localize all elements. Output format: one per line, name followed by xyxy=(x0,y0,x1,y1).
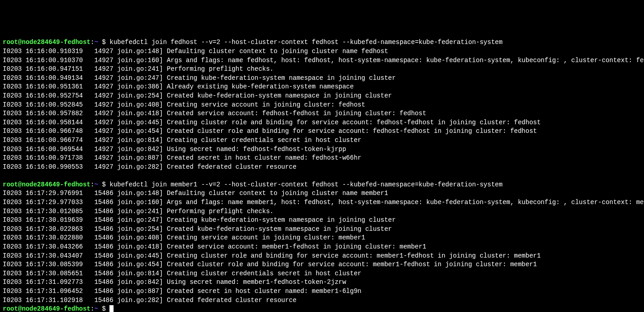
log-line: I0203 16:17:30.085651 15486 join.go:814]… xyxy=(3,270,362,277)
log-line: I0203 16:17:31.096452 15486 join.go:887]… xyxy=(3,288,362,295)
terminal-output[interactable]: root@node284649-fedhost:~ $ kubefedctl j… xyxy=(3,38,641,312)
log-line: I0203 16:16:00.971738 14927 join.go:887]… xyxy=(3,154,362,161)
log-line: I0203 16:17:31.102918 15486 join.go:282]… xyxy=(3,297,297,304)
command-2: kubefedctl join member1 --v=2 --host-clu… xyxy=(109,181,502,188)
prompt-dollar: $ xyxy=(102,39,109,46)
log-line: I0203 16:16:00.969544 14927 join.go:842]… xyxy=(3,146,346,153)
log-line: I0203 16:16:00.952754 14927 join.go:254]… xyxy=(3,92,392,99)
prompt-colon: : xyxy=(90,305,94,312)
prompt-dollar: $ xyxy=(102,181,109,188)
log-line: I0203 16:17:30.085399 15486 join.go:454]… xyxy=(3,261,537,268)
log-line: I0203 16:16:00.947151 14927 join.go:241]… xyxy=(3,65,274,73)
log-line: I0203 16:16:00.949134 14927 join.go:247]… xyxy=(3,74,396,82)
prompt-path: ~ xyxy=(94,305,102,312)
log-line: I0203 16:16:00.957882 14927 join.go:418]… xyxy=(3,110,426,117)
log-line: I0203 16:16:00.990553 14927 join.go:282]… xyxy=(3,163,297,171)
log-line: I0203 16:17:30.022880 15486 join.go:408]… xyxy=(3,234,365,241)
log-line: I0203 16:17:30.043266 15486 join.go:418]… xyxy=(3,243,426,250)
log-line: I0203 16:17:31.092773 15486 join.go:842]… xyxy=(3,278,346,286)
prompt-colon: : xyxy=(90,181,94,188)
log-line: I0203 16:17:30.043407 15486 join.go:445]… xyxy=(3,252,541,259)
prompt-user: root@node284649-fedhost xyxy=(3,181,90,188)
log-line: I0203 16:17:30.022863 15486 join.go:254]… xyxy=(3,225,392,233)
log-line: I0203 16:17:29.977033 15486 join.go:160]… xyxy=(3,199,644,206)
log-line: I0203 16:16:00.958144 14927 join.go:445]… xyxy=(3,119,541,126)
log-line: I0203 16:16:00.910319 14927 join.go:148]… xyxy=(3,48,388,55)
log-line: I0203 16:16:00.951361 14927 join.go:386]… xyxy=(3,83,354,90)
prompt-user: root@node284649-fedhost xyxy=(3,305,90,312)
prompt-colon: : xyxy=(90,39,94,46)
prompt-dollar: $ xyxy=(102,305,109,312)
log-line: I0203 16:17:30.012085 15486 join.go:241]… xyxy=(3,208,274,215)
prompt-path: ~ xyxy=(94,181,102,188)
command-1: kubefedctl join fedhost --v=2 --host-clu… xyxy=(109,39,502,46)
prompt-user: root@node284649-fedhost xyxy=(3,39,90,46)
log-line: I0203 16:16:00.952845 14927 join.go:408]… xyxy=(3,101,365,108)
log-line: I0203 16:17:30.019639 15486 join.go:247]… xyxy=(3,216,396,224)
log-line: I0203 16:16:00.910370 14927 join.go:160]… xyxy=(3,57,644,64)
prompt-path: ~ xyxy=(94,39,102,46)
cursor[interactable] xyxy=(109,305,114,312)
log-line: I0203 16:17:29.976991 15486 join.go:148]… xyxy=(3,190,388,197)
log-line: I0203 16:16:00.966748 14927 join.go:454]… xyxy=(3,127,537,135)
log-line: I0203 16:16:00.966774 14927 join.go:814]… xyxy=(3,136,362,144)
